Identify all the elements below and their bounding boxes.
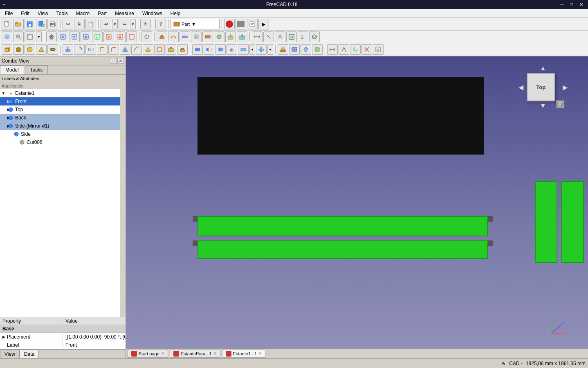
revolve-button[interactable] xyxy=(74,44,85,55)
measure3-btn[interactable] xyxy=(275,31,285,42)
macro-edit-button[interactable] xyxy=(247,19,258,29)
tab-model[interactable]: Model xyxy=(0,65,24,74)
nav-mini-cube[interactable] xyxy=(556,100,564,108)
box-button[interactable] xyxy=(2,44,12,55)
measure1-btn[interactable] xyxy=(252,31,263,42)
part-export2-btn[interactable]: 3D xyxy=(301,44,311,55)
refresh-button[interactable]: ↻ xyxy=(140,19,151,29)
macro-stop-button[interactable] xyxy=(236,19,246,29)
menu-edit[interactable]: Edit xyxy=(18,10,33,17)
view-box-button[interactable] xyxy=(25,31,35,42)
cone-button[interactable] xyxy=(36,44,47,55)
measure-refresh-btn[interactable] xyxy=(350,44,361,55)
measure2-btn[interactable] xyxy=(263,31,274,42)
part-sweep-btn[interactable] xyxy=(168,31,179,42)
tab-start-page[interactable]: Start page ✕ xyxy=(128,350,168,358)
extrude-button[interactable] xyxy=(63,44,73,55)
tab-estante1[interactable]: Estante1 : 1 ✕ xyxy=(222,350,266,358)
menu-macro[interactable]: Macro xyxy=(73,10,93,17)
view-right-button[interactable]: R xyxy=(81,31,91,42)
undo-button[interactable]: ↩ xyxy=(101,19,111,29)
maximize-button[interactable]: □ xyxy=(568,2,575,7)
measure-export-btn[interactable]: M xyxy=(373,44,384,55)
paste-button[interactable]: 📋 xyxy=(85,19,96,29)
open-button[interactable] xyxy=(13,19,24,29)
minimize-button[interactable]: ─ xyxy=(559,2,566,7)
measure-angular-btn[interactable] xyxy=(339,44,349,55)
menu-tools[interactable]: Tools xyxy=(53,10,71,17)
view-top-button[interactable]: T xyxy=(69,31,80,42)
measure5-btn[interactable]: Σ xyxy=(298,31,308,42)
save-as-button[interactable]: + xyxy=(36,19,47,29)
sweep-button[interactable] xyxy=(131,44,142,55)
combo-view-close[interactable]: ✕ xyxy=(117,58,124,64)
part-loft-btn[interactable] xyxy=(157,31,167,42)
mirror-button[interactable] xyxy=(85,44,96,55)
close-button[interactable]: ✕ xyxy=(578,2,585,7)
tab-estantepara-close[interactable]: ✕ xyxy=(213,351,217,356)
nav-arrow-up[interactable]: ▲ xyxy=(540,65,546,72)
tree-item-estante1[interactable]: ▼ ★ Estante1 xyxy=(0,89,120,97)
workbench-dropdown[interactable]: Part ▼ xyxy=(171,19,220,29)
measure-linear-btn[interactable] xyxy=(327,44,338,55)
part-export-btn[interactable] xyxy=(237,31,247,42)
redo-button[interactable]: ↪ xyxy=(119,19,129,29)
tree-item-front[interactable]: ▶ Front xyxy=(0,97,120,105)
print-button[interactable] xyxy=(47,19,58,29)
tab-tasks[interactable]: Tasks xyxy=(25,65,48,74)
compound-btn[interactable] xyxy=(278,44,288,55)
3d-viewport[interactable]: ▲ ▼ ◀ ▶ Top xyxy=(126,56,588,348)
part-import2-btn[interactable] xyxy=(312,44,323,55)
menu-measure[interactable]: Measure xyxy=(112,10,137,17)
face-button[interactable] xyxy=(120,44,130,55)
tree-item-cut006[interactable]: ▼ Cut006 xyxy=(0,138,120,146)
bottom-tab-data[interactable]: Data xyxy=(20,350,39,358)
thickness-button[interactable] xyxy=(154,44,165,55)
nav-arrow-left[interactable]: ◀ xyxy=(518,83,523,91)
zoom-in-button[interactable] xyxy=(13,31,24,42)
view-all-button[interactable] xyxy=(2,31,12,42)
menu-file[interactable]: File xyxy=(2,10,16,17)
menu-view[interactable]: View xyxy=(34,10,52,17)
measure-clear-btn[interactable] xyxy=(361,44,372,55)
bottom-tab-view[interactable]: View xyxy=(0,350,20,358)
nav-cube-box[interactable]: Top xyxy=(527,73,555,101)
combo-view-restore[interactable]: □ xyxy=(110,58,117,64)
nav-arrow-down[interactable]: ▼ xyxy=(540,102,546,110)
cutextrude-button[interactable] xyxy=(166,44,176,55)
tree-view[interactable]: ▼ ★ Estante1 ▶ Front ▶ xyxy=(0,89,120,317)
tree-item-top[interactable]: ▶ Top xyxy=(0,105,120,114)
pad-button[interactable] xyxy=(177,44,188,55)
join-dropdown[interactable]: ▼ xyxy=(249,44,255,55)
connect-btn[interactable] xyxy=(256,44,267,55)
redo-dropdown[interactable]: ▼ xyxy=(130,19,136,29)
view-rear-button[interactable]: R xyxy=(115,31,126,42)
chamfer-button[interactable] xyxy=(108,44,119,55)
view-front-button[interactable]: F xyxy=(58,31,68,42)
view-bottom-button[interactable]: B xyxy=(103,31,114,42)
save-button[interactable] xyxy=(25,19,35,29)
part-offset-btn[interactable] xyxy=(191,31,202,42)
view-home-button[interactable] xyxy=(46,31,57,42)
part-import-btn[interactable] xyxy=(225,31,236,42)
menu-help[interactable]: Help xyxy=(167,10,184,17)
bool-intersect-button[interactable] xyxy=(215,44,226,55)
nav-cube[interactable]: ▲ ▼ ◀ ▶ Top xyxy=(518,63,568,112)
macro-record-button[interactable] xyxy=(224,19,235,29)
new-button[interactable] xyxy=(2,19,12,29)
bool-union-button[interactable] xyxy=(192,44,203,55)
part-checkgeom-btn[interactable]: ✓ xyxy=(214,31,224,42)
part-section-btn[interactable] xyxy=(180,31,190,42)
part-slice-btn[interactable] xyxy=(289,44,300,55)
view-rear2-button[interactable] xyxy=(126,31,137,42)
view-box-dropdown[interactable]: ▼ xyxy=(36,31,42,42)
nav-arrow-right[interactable]: ▶ xyxy=(563,83,568,91)
snap-button[interactable] xyxy=(141,31,152,42)
tree-scrollbar[interactable] xyxy=(120,89,126,317)
view-left-button[interactable]: L xyxy=(92,31,103,42)
bool-xor-button[interactable]: ⊕ xyxy=(227,44,237,55)
menu-windows[interactable]: Windows xyxy=(139,10,166,17)
macro-run-button[interactable]: ▶ xyxy=(258,19,269,29)
tree-item-back[interactable]: ▶ Back xyxy=(0,114,120,122)
prop-row-label[interactable]: ▶ Label Front xyxy=(0,341,126,349)
